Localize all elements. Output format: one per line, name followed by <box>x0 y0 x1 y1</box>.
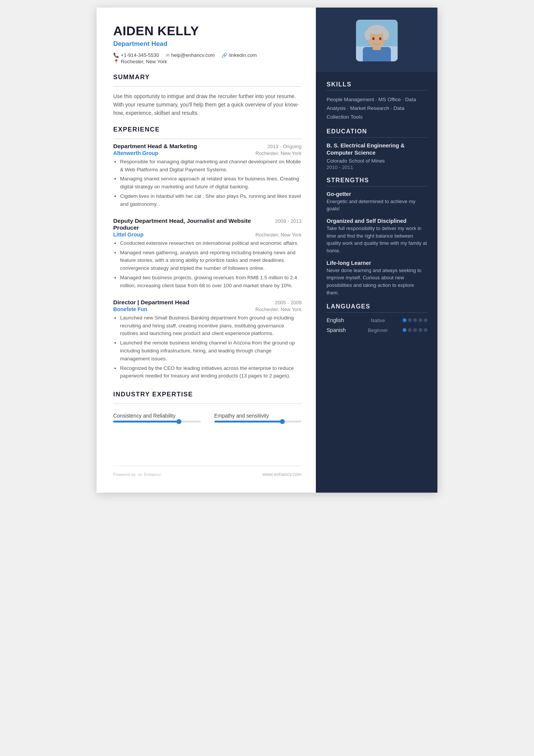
email-icon: ✉ <box>166 52 170 58</box>
job-2-bullets: Conducted extensive researches on intern… <box>113 239 301 290</box>
job-1-company-row: Altenwerth Group Rochester, New York <box>113 150 301 156</box>
svg-point-6 <box>365 30 371 40</box>
skills-text: People Management · MS Office · Data Ana… <box>326 95 428 121</box>
strength-3: Life-long Learner Never done learning an… <box>326 260 428 297</box>
strengths-divider <box>326 186 428 186</box>
svg-point-7 <box>383 30 389 40</box>
job-1-bullets: Responsible for managing digital marketi… <box>113 158 301 208</box>
language-spanish: Spanish Beginner <box>326 327 428 333</box>
lang-english-dot-1 <box>403 318 406 322</box>
lang-spanish-name: Spanish <box>326 327 353 333</box>
languages-section-title: LANGUAGES <box>326 303 428 310</box>
enhancv-logo-icon: ∞ <box>138 471 142 477</box>
left-column: AIDEN KELLY Department Head 📞 +1-914-345… <box>97 8 316 493</box>
svg-point-10 <box>371 42 383 47</box>
avatar <box>356 20 398 61</box>
footer-logo: Powered by ∞ Enhancv <box>113 471 161 477</box>
strength-1-desc: Energetic and determined to achieve my g… <box>326 198 428 213</box>
lang-spanish-dot-4 <box>418 328 422 332</box>
job-1-title: Department Head & Marketing <box>113 143 197 150</box>
lang-english-dot-2 <box>408 318 412 322</box>
job-1-location: Rochester, New York <box>256 150 302 156</box>
job-3-header: Director | Department Head 2005 - 2009 <box>113 299 301 306</box>
strength-1-name: Go-getter <box>326 191 428 197</box>
education-dates: 2010 - 2011 <box>326 164 428 170</box>
lang-spanish-dots <box>403 328 428 332</box>
industry-bar-1-fill <box>113 421 179 423</box>
job-3-date: 2005 - 2009 <box>275 300 301 305</box>
education-school: Colorado School of Mines <box>326 158 428 164</box>
job-2-bullet-3: Managed two business projects, growing r… <box>120 274 301 290</box>
resume-wrapper: AIDEN KELLY Department Head 📞 +1-914-345… <box>97 8 437 493</box>
phone-contact: 📞 +1-914-345-5530 <box>113 52 159 58</box>
location-contact: 📍 Rochester, New York <box>113 59 167 64</box>
job-1-bullet-2: Managing shared service approach at rela… <box>120 175 301 191</box>
job-2-location: Rochester, New York <box>256 232 302 238</box>
job-1-company: Altenwerth Group <box>113 150 158 156</box>
education-degree: B. S. Electrical Engineering & Computer … <box>326 142 428 157</box>
experience-divider <box>113 139 301 139</box>
job-1-bullet-1: Responsible for managing digital marketi… <box>120 158 301 174</box>
summary-divider <box>113 86 301 87</box>
job-3-title: Director | Department Head <box>113 299 189 306</box>
location-row: 📍 Rochester, New York <box>113 59 301 64</box>
lang-english-level: Native <box>367 318 389 323</box>
language-english: English Native <box>326 317 428 323</box>
linkedin-url: linkedin.com <box>229 52 257 58</box>
email-address: help@enhancv.com <box>171 52 215 58</box>
languages-divider <box>326 312 428 313</box>
lang-spanish-dot-2 <box>408 328 412 332</box>
job-3-bullet-1: Launched new Small Business Banking depa… <box>120 314 301 338</box>
lang-english-dot-4 <box>418 318 422 322</box>
job-2-header: Deputy Department Head, Journalist and W… <box>113 218 301 231</box>
location-icon: 📍 <box>113 59 119 64</box>
linkedin-icon: 🔗 <box>222 52 228 58</box>
strengths-section-title: STRENGTHS <box>326 177 428 184</box>
strength-2-name: Organized and Self Disciplined <box>326 218 428 224</box>
job-2: Deputy Department Head, Journalist and W… <box>113 218 301 291</box>
job-3-bullet-3: Recognized by the CEO for leading initia… <box>120 365 301 380</box>
industry-section-title: INDUSTRY EXPERTISE <box>113 391 301 398</box>
job-1-date: 2013 - Ongoing <box>267 144 301 149</box>
job-3-bullets: Launched new Small Business Banking depa… <box>113 314 301 380</box>
lang-english-dot-3 <box>413 318 417 322</box>
right-inner: SKILLS People Management · MS Office · D… <box>316 72 437 348</box>
phone-icon: 📞 <box>113 52 119 58</box>
powered-by-text: Powered by <box>113 472 136 477</box>
industry-bar-1: Consistency and Reliability <box>113 413 201 423</box>
job-1-bullet-3: Cigdem lives in Istanbul with her cat . … <box>120 193 301 208</box>
industry-bar-1-label: Consistency and Reliability <box>113 413 201 419</box>
summary-section-title: SUMMARY <box>113 74 301 81</box>
skills-divider <box>326 90 428 91</box>
strength-3-name: Life-long Learner <box>326 260 428 266</box>
strength-3-desc: Never done learning and always seeking t… <box>326 267 428 297</box>
footer-website: www.enhancv.com <box>262 472 301 477</box>
strength-2-desc: Take full responsibility to deliver my w… <box>326 225 428 255</box>
svg-point-8 <box>372 38 375 40</box>
svg-point-9 <box>379 38 381 40</box>
avatar-svg <box>356 20 398 61</box>
industry-bar-2-fill <box>214 421 283 423</box>
job-2-company-row: Littel Group Rochester, New York <box>113 232 301 238</box>
contact-row: 📞 +1-914-345-5530 ✉ help@enhancv.com 🔗 l… <box>113 52 301 58</box>
job-3-company-row: Bonefete Fun Rochester, New York <box>113 306 301 312</box>
lang-english-dots <box>403 318 428 322</box>
strength-1: Go-getter Energetic and determined to ac… <box>326 191 428 213</box>
job-2-date: 2009 - 2013 <box>275 218 301 224</box>
lang-spanish-dot-1 <box>403 328 406 332</box>
candidate-name: AIDEN KELLY <box>113 24 301 38</box>
job-2-bullet-1: Conducted extensive researches on intern… <box>120 239 301 247</box>
footer: Powered by ∞ Enhancv www.enhancv.com <box>113 466 301 477</box>
summary-text: Use this opportunity to intrigue and dra… <box>113 92 301 117</box>
lang-english-name: English <box>326 317 353 323</box>
linkedin-contact: 🔗 linkedin.com <box>222 52 257 58</box>
education-section-title: EDUCATION <box>326 128 428 135</box>
job-3-bullet-2: Launched the remote business lending cha… <box>120 339 301 363</box>
job-2-title: Deputy Department Head, Journalist and W… <box>113 218 275 231</box>
lang-spanish-dot-5 <box>424 328 428 332</box>
lang-english-dot-5 <box>424 318 428 322</box>
strength-2: Organized and Self Disciplined Take full… <box>326 218 428 255</box>
location-text: Rochester, New York <box>121 59 167 64</box>
right-column: SKILLS People Management · MS Office · D… <box>316 8 437 493</box>
industry-divider <box>113 404 301 404</box>
